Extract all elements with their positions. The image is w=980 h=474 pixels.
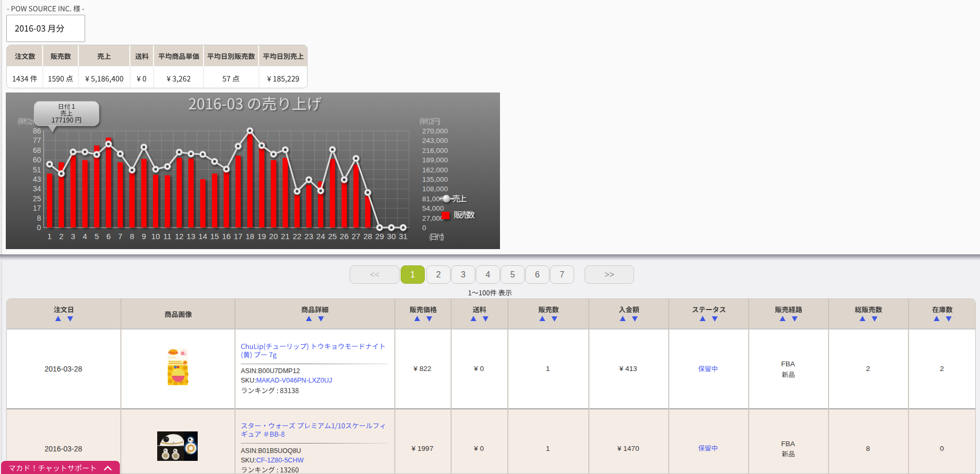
- svg-text:54,000: 54,000: [422, 204, 444, 212]
- svg-text:15: 15: [210, 232, 219, 241]
- svg-text:6: 6: [106, 232, 110, 241]
- svg-text:2: 2: [59, 232, 63, 241]
- svg-text:243,000: 243,000: [422, 137, 448, 145]
- svg-text:12: 12: [175, 232, 183, 241]
- svg-text:24: 24: [317, 232, 325, 241]
- svg-text:ChuLip: ChuLip: [168, 351, 179, 354]
- svg-text:8: 8: [130, 232, 134, 241]
- svg-text:19: 19: [257, 232, 266, 241]
- svg-text:5: 5: [95, 232, 99, 241]
- svg-text:30: 30: [387, 232, 396, 241]
- svg-text:31: 31: [399, 232, 407, 241]
- svg-text:27: 27: [352, 232, 361, 241]
- svg-text:51: 51: [33, 166, 41, 174]
- svg-text:25: 25: [328, 232, 337, 241]
- svg-text:108,000: 108,000: [422, 185, 448, 193]
- svg-text:270,000: 270,000: [422, 127, 448, 135]
- svg-text:60: 60: [33, 156, 41, 164]
- svg-text:23: 23: [304, 232, 313, 241]
- svg-text:68: 68: [33, 146, 41, 154]
- svg-text:17: 17: [33, 204, 41, 212]
- svg-text:26: 26: [340, 232, 349, 241]
- svg-text:25: 25: [33, 194, 41, 203]
- svg-text:0: 0: [37, 223, 41, 232]
- svg-text:27,000: 27,000: [422, 214, 444, 222]
- svg-text:9: 9: [141, 232, 146, 241]
- svg-text:22: 22: [293, 232, 302, 241]
- svg-text:4: 4: [83, 232, 87, 241]
- svg-text:189,000: 189,000: [422, 156, 448, 164]
- svg-text:11: 11: [164, 232, 172, 241]
- svg-text:7: 7: [118, 232, 122, 241]
- svg-text:17: 17: [234, 232, 243, 241]
- svg-text:13: 13: [187, 232, 196, 241]
- svg-text:135,000: 135,000: [422, 176, 448, 183]
- svg-text:77: 77: [33, 136, 41, 145]
- svg-text:8: 8: [37, 214, 41, 222]
- svg-text:18: 18: [246, 232, 254, 241]
- svg-text:16: 16: [222, 232, 231, 241]
- svg-text:86: 86: [33, 127, 41, 135]
- svg-text:10: 10: [151, 232, 160, 241]
- svg-text:216,000: 216,000: [422, 147, 448, 154]
- svg-text:43: 43: [33, 175, 41, 183]
- svg-text:162,000: 162,000: [422, 166, 448, 174]
- svg-text:3: 3: [71, 232, 75, 241]
- svg-text:20: 20: [269, 232, 278, 241]
- svg-text:21: 21: [281, 232, 290, 241]
- svg-text:34: 34: [33, 184, 41, 193]
- svg-text:28: 28: [363, 232, 372, 241]
- svg-text:0: 0: [422, 224, 426, 232]
- svg-text:1: 1: [47, 232, 52, 241]
- svg-text:14: 14: [198, 232, 207, 241]
- svg-text:29: 29: [375, 232, 384, 241]
